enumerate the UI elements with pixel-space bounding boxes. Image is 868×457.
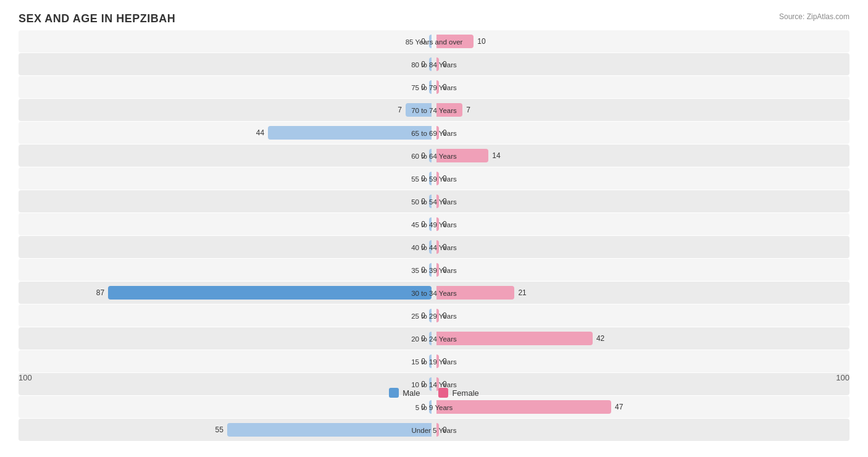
female-bar xyxy=(436,103,462,117)
male-bar xyxy=(429,57,432,71)
male-bar xyxy=(108,286,432,300)
table-row: 0 14 60 to 64 Years xyxy=(19,145,849,167)
right-section: 0 xyxy=(434,240,849,254)
female-value: 14 xyxy=(492,151,504,160)
male-value: 0 xyxy=(413,60,425,69)
male-bar xyxy=(429,263,432,277)
left-section: 0 xyxy=(19,332,434,345)
table-row: 0 0 45 to 49 Years xyxy=(19,213,849,235)
male-bar xyxy=(429,172,432,185)
right-section: 0 xyxy=(434,423,849,437)
female-value: 0 xyxy=(443,128,455,137)
female-value: 0 xyxy=(443,174,455,183)
left-section: 0 xyxy=(19,80,434,94)
male-bar xyxy=(429,332,432,345)
left-axis-label: 100 xyxy=(19,373,32,382)
right-section: 0 xyxy=(434,354,849,368)
table-row: 0 0 40 to 44 Years xyxy=(19,236,849,258)
female-value: 7 xyxy=(466,106,478,114)
left-section: 0 xyxy=(19,172,434,185)
right-section: 0 xyxy=(434,263,849,277)
male-value: 0 xyxy=(413,174,425,183)
chart-area: 0 10 85 Years and over 0 0 80 to 84 Year… xyxy=(19,30,849,401)
left-section: 0 xyxy=(19,309,434,322)
left-section: 0 xyxy=(19,57,434,71)
left-section: 0 xyxy=(19,195,434,208)
female-value: 0 xyxy=(443,83,455,91)
right-section: 0 xyxy=(434,195,849,208)
female-bar xyxy=(436,354,439,368)
male-value: 0 xyxy=(413,37,425,46)
male-bar xyxy=(429,309,432,322)
male-value: 0 xyxy=(413,151,425,160)
male-bar xyxy=(429,354,432,368)
female-bar xyxy=(436,57,439,71)
female-bar xyxy=(436,195,439,208)
male-value: 0 xyxy=(413,197,425,206)
male-bar xyxy=(268,126,432,140)
male-bar xyxy=(429,149,432,162)
female-value: 42 xyxy=(596,334,609,343)
male-value: 0 xyxy=(413,83,425,91)
male-bar xyxy=(429,80,432,94)
left-section: 0 xyxy=(19,240,434,254)
legend-male-box xyxy=(389,388,399,398)
table-row: 0 0 25 to 29 Years xyxy=(19,304,849,327)
male-value: 44 xyxy=(252,128,264,137)
table-row: 0 0 35 to 39 Years xyxy=(19,259,849,281)
left-section: 87 xyxy=(19,286,434,300)
male-value: 0 xyxy=(413,243,425,251)
female-bar xyxy=(436,240,439,254)
male-bar xyxy=(429,35,432,48)
female-bar xyxy=(436,286,514,300)
female-value: 0 xyxy=(443,220,455,228)
table-row: 0 10 85 Years and over xyxy=(19,30,849,52)
male-value: 0 xyxy=(413,403,425,411)
male-bar xyxy=(429,217,432,231)
right-section: 21 xyxy=(434,286,849,300)
female-value: 0 xyxy=(443,426,455,434)
female-bar xyxy=(436,400,611,414)
table-row: 87 21 30 to 34 Years xyxy=(19,282,849,304)
female-value: 0 xyxy=(443,357,455,366)
rows-area: 0 10 85 Years and over 0 0 80 to 84 Year… xyxy=(19,30,849,367)
right-section: 0 xyxy=(434,57,849,71)
right-section: 0 xyxy=(434,217,849,231)
female-bar xyxy=(436,172,439,185)
male-bar xyxy=(227,423,432,437)
left-section: 0 xyxy=(19,217,434,231)
right-section: 10 xyxy=(434,35,849,48)
female-value: 0 xyxy=(443,60,455,69)
female-bar xyxy=(436,80,439,94)
right-section: 42 xyxy=(434,332,849,345)
left-section: 44 xyxy=(19,126,434,140)
female-value: 0 xyxy=(443,197,455,206)
female-bar xyxy=(436,309,439,322)
legend: Male Female xyxy=(19,388,849,398)
female-bar xyxy=(436,332,593,345)
female-bar xyxy=(436,149,488,162)
legend-female-label: Female xyxy=(452,388,478,398)
male-value: 0 xyxy=(413,220,425,228)
legend-male: Male xyxy=(389,388,420,398)
right-section: 0 xyxy=(434,80,849,94)
female-value: 10 xyxy=(477,37,490,46)
legend-male-label: Male xyxy=(403,388,420,398)
male-bar xyxy=(429,400,432,414)
male-value: 55 xyxy=(211,426,223,434)
male-bar xyxy=(429,195,432,208)
female-value: 0 xyxy=(443,266,455,274)
male-value: 0 xyxy=(413,311,425,320)
source-text: Source: ZipAtlas.com xyxy=(779,12,849,21)
female-value: 21 xyxy=(518,288,530,297)
legend-female-box xyxy=(438,388,448,398)
left-section: 0 xyxy=(19,400,434,414)
male-bar xyxy=(406,103,432,117)
male-value: 0 xyxy=(413,334,425,343)
female-value: 0 xyxy=(443,311,455,320)
male-bar xyxy=(429,240,432,254)
male-value: 7 xyxy=(390,106,402,114)
female-bar xyxy=(436,126,439,140)
left-section: 55 xyxy=(19,423,434,437)
right-section: 0 xyxy=(434,126,849,140)
